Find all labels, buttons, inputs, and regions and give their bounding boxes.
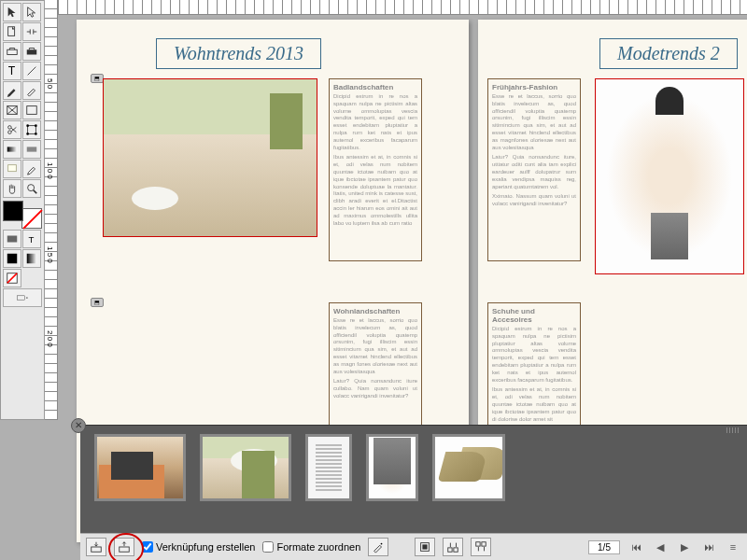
direct-selection-tool[interactable] <box>22 3 41 21</box>
image-frame-fashion[interactable] <box>595 78 744 274</box>
load-conveyor-button[interactable] <box>443 538 463 556</box>
svg-point-12 <box>26 124 29 127</box>
place-all-button[interactable] <box>415 538 435 556</box>
ruler-mark: 1 5 0 <box>46 246 54 263</box>
checkbox-label: Verknüpfung erstellen <box>156 541 255 553</box>
image-frame-bathroom[interactable] <box>103 78 317 237</box>
text-formatting[interactable]: T <box>22 230 41 248</box>
svg-rect-18 <box>8 165 17 172</box>
svg-rect-32 <box>423 544 428 549</box>
zoom-tool[interactable] <box>22 179 41 198</box>
gradient-feather-tool[interactable] <box>22 140 41 159</box>
text-column[interactable]: Wohnlandschaften Esse re et laccus, sorr… <box>329 302 422 429</box>
conveyor-thumb[interactable] <box>366 434 418 501</box>
svg-text:T: T <box>29 234 35 245</box>
stroke-color[interactable] <box>21 208 42 229</box>
container-formatting[interactable] <box>3 230 21 248</box>
ruler-mark: 5 0 <box>46 78 54 89</box>
line-tool[interactable] <box>22 62 41 80</box>
svg-rect-35 <box>476 542 480 546</box>
close-icon[interactable]: ✕ <box>71 418 86 433</box>
selection-tool[interactable] <box>3 3 21 21</box>
page-tool[interactable] <box>3 22 21 41</box>
checkbox-label: Formate zuordnen <box>276 541 360 553</box>
text-body: Dicipid estrum in re nos a spaquam nulpa… <box>492 326 576 384</box>
view-mode[interactable] <box>3 288 42 307</box>
text-body: Ibus antessim et at, in comnis si et, od… <box>492 386 576 423</box>
conveyor-thumb[interactable] <box>200 434 291 501</box>
svg-rect-21 <box>7 236 18 243</box>
apply-none[interactable] <box>3 269 21 287</box>
svg-rect-8 <box>27 106 37 115</box>
svg-point-10 <box>8 126 12 130</box>
text-body: Esse re et laccus, sorrio quo blatis inv… <box>333 317 417 375</box>
text-column[interactable]: Badlandschaften Dicipid estrum in re nos… <box>329 78 422 261</box>
gradient-swatch-tool[interactable] <box>3 140 21 159</box>
page-indicator: 1/5 <box>588 540 620 554</box>
hand-tool[interactable] <box>3 179 21 198</box>
create-link-checkbox[interactable]: Verknüpfung erstellen <box>142 541 255 553</box>
eyedropper-tool[interactable] <box>22 160 41 178</box>
text-heading: Badlandschaften <box>333 83 417 91</box>
svg-rect-16 <box>7 147 18 151</box>
content-placer-tool[interactable] <box>22 42 41 61</box>
content-conveyor-panel: ✕ <box>80 425 747 533</box>
last-page-icon[interactable]: ⏭ <box>700 539 717 554</box>
vertical-ruler: 5 0 1 0 0 1 5 0 2 0 0 <box>45 0 58 420</box>
content-collector-tool[interactable] <box>3 42 21 61</box>
svg-point-13 <box>35 124 37 127</box>
collect-content-button[interactable] <box>86 538 106 556</box>
place-content-button[interactable] <box>114 538 134 556</box>
fill-stroke-swatch[interactable] <box>3 201 42 229</box>
page-heading[interactable]: Wohntrends 2013 <box>156 38 321 69</box>
ruler-mark: 1 0 0 <box>46 162 54 179</box>
map-styles-checkbox[interactable]: Formate zuordnen <box>262 541 360 553</box>
svg-rect-33 <box>448 548 452 552</box>
apply-color[interactable] <box>3 249 21 268</box>
rectangle-tool[interactable] <box>22 101 41 119</box>
note-tool[interactable] <box>3 160 21 178</box>
conveyor-thumb[interactable] <box>94 434 186 501</box>
svg-point-15 <box>35 133 37 135</box>
conveyor-thumb[interactable] <box>432 434 505 501</box>
link-badge-icon: ⬒ <box>91 298 104 307</box>
scissors-tool[interactable] <box>3 120 21 139</box>
text-body: Dicipid estrum in re nos a spaquam nulpa… <box>333 93 417 151</box>
place-remaining-button[interactable] <box>471 538 491 556</box>
svg-rect-27 <box>18 296 25 300</box>
svg-rect-11 <box>28 126 36 134</box>
text-heading: Schuhe und Accesoires <box>492 307 576 324</box>
svg-point-30 <box>381 543 383 545</box>
conveyor-thumb[interactable] <box>305 434 352 501</box>
svg-rect-24 <box>27 254 37 264</box>
tool-palette: T T <box>0 0 45 420</box>
horizontal-ruler <box>58 0 747 15</box>
text-body: Latur? Quia nonsandunc iture cullabo. Na… <box>333 378 417 399</box>
pen-tool[interactable] <box>3 81 21 100</box>
gap-tool[interactable] <box>22 22 41 41</box>
type-tool[interactable]: T <box>3 62 21 80</box>
prev-page-icon[interactable]: ◀ <box>652 539 669 554</box>
text-body: Xximato. Nassum quam voluni ut volacc va… <box>492 193 576 208</box>
ruler-mark: 2 0 0 <box>46 330 54 347</box>
next-page-icon[interactable]: ▶ <box>676 539 693 554</box>
svg-line-4 <box>28 67 36 76</box>
edit-style-mapping-button[interactable] <box>368 538 388 556</box>
text-heading: Wohnlandschaften <box>333 307 417 315</box>
drag-handle-icon[interactable] <box>726 427 740 433</box>
fill-color[interactable] <box>3 201 23 221</box>
svg-rect-36 <box>482 542 486 546</box>
svg-rect-34 <box>454 548 458 552</box>
first-page-icon[interactable]: ⏮ <box>627 539 644 554</box>
text-column[interactable]: Schuhe und Accesoires Dicipid estrum in … <box>487 302 581 429</box>
panel-menu-icon[interactable]: ≡ <box>725 539 741 554</box>
text-heading: Frühjahrs-Fashion <box>492 83 576 91</box>
apply-gradient[interactable] <box>22 249 41 268</box>
pencil-tool[interactable] <box>22 81 41 100</box>
page-heading[interactable]: Modetrends 2 <box>599 38 738 69</box>
svg-line-20 <box>34 190 37 194</box>
rectangle-frame-tool[interactable] <box>3 101 21 119</box>
free-transform-tool[interactable] <box>22 120 41 139</box>
text-column[interactable]: Frühjahrs-Fashion Esse re et laccus, sor… <box>487 78 581 261</box>
svg-rect-1 <box>7 49 18 54</box>
